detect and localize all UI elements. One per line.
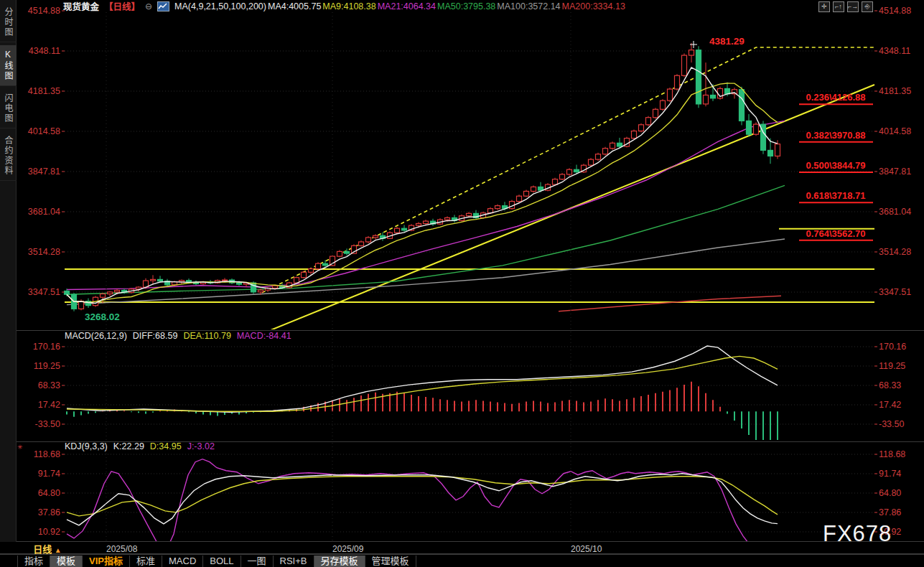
- exit-icon[interactable]: ⎆: [862, 1, 873, 12]
- sidebar-item-1[interactable]: K线图: [0, 45, 17, 86]
- candle: [653, 108, 658, 118]
- price-axis-label: 3514.28: [879, 247, 911, 257]
- candle: [452, 215, 457, 222]
- fib-retracement-level[interactable]: 0.764\3562.70: [799, 228, 873, 240]
- sidebar-item-3[interactable]: 合约资料: [0, 131, 17, 181]
- toolbar-item-5[interactable]: BOLL: [203, 556, 241, 567]
- chart-canvas[interactable]: 0.236\4126.880.382\3970.880.500\3844.790…: [0, 0, 924, 567]
- watermark: FX678: [823, 521, 892, 547]
- price-axis-label: 4014.58: [879, 126, 911, 136]
- kdj-panel: [65, 454, 874, 550]
- candle: [474, 210, 479, 220]
- candle: [517, 195, 522, 202]
- fib-retracement-level[interactable]: 0.382\3970.88: [799, 130, 873, 142]
- candle: [495, 205, 500, 210]
- pan-icon[interactable]: ✛: [818, 1, 830, 12]
- fib-retracement-level[interactable]: 0.500\3844.79: [799, 160, 873, 172]
- price-axis-label: 3681.04: [879, 207, 911, 217]
- price-axis-label: 4348.11: [29, 46, 60, 56]
- indicator-legend-item: MACD:-84.41: [237, 331, 291, 341]
- fib-retracement-level[interactable]: 0.618\3718.71: [799, 190, 873, 202]
- toolbar-item-9[interactable]: 管理模板: [365, 556, 416, 567]
- k-line: [67, 474, 778, 525]
- candle: [165, 279, 170, 287]
- svg-text:0.618\3718.71: 0.618\3718.71: [806, 190, 865, 201]
- candle: [739, 87, 745, 126]
- price-axis-label: 170.16: [33, 342, 60, 352]
- candle: [359, 240, 364, 247]
- candle: [603, 147, 608, 156]
- toolbar-item-7[interactable]: RSI+B: [274, 556, 314, 567]
- macd-legend: MACD(26,12,9)DIFF:68.59DEA:110.79MACD:-8…: [65, 331, 297, 341]
- toolbar-item-1[interactable]: 模板: [50, 556, 83, 567]
- candle: [589, 158, 594, 166]
- price-axis-label: 119.25: [34, 361, 60, 371]
- toolbar-item-0[interactable]: 指标: [17, 556, 50, 567]
- ma-legend-item: MA(4,9,21,50,100,200): [174, 1, 266, 11]
- candle: [323, 261, 328, 267]
- candle: [675, 74, 680, 90]
- price-axis-label: 4181.35: [28, 86, 60, 96]
- price-axis-label: 3681.04: [28, 207, 60, 217]
- toolbar-item-3[interactable]: 标准: [130, 556, 162, 567]
- price-axis-label: 4014.58: [28, 126, 60, 136]
- chart-app: 0.236\4126.880.382\3970.880.500\3844.790…: [0, 0, 924, 567]
- kdj-legend: KDJ(9,3,3)K:22.29D:34.95J:-3.02: [65, 441, 220, 451]
- candle: [639, 123, 644, 133]
- sidebar-item-2[interactable]: 闪电图: [0, 89, 17, 128]
- main-panel: [65, 11, 875, 341]
- indicator-legend-item: K:22.29: [113, 441, 144, 451]
- indicator-legend-item: MACD(26,12,9): [65, 331, 127, 341]
- candle: [337, 250, 342, 257]
- price-axis-label: 68.33: [38, 380, 60, 390]
- svg-text:0.382\3970.88: 0.382\3970.88: [806, 130, 865, 141]
- ma200-line: [559, 296, 781, 311]
- candle: [108, 291, 113, 296]
- price-axis-label: 64.80: [38, 488, 60, 498]
- candle: [79, 299, 84, 310]
- candle: [682, 53, 687, 77]
- candle: [345, 248, 350, 255]
- fit-horizontal-icon[interactable]: ⌐→: [847, 1, 859, 12]
- toolbar-item-6[interactable]: 一图: [241, 556, 274, 567]
- candle: [424, 220, 429, 225]
- chart-header: 现货黄金 【日线】 ⊖ MA(4,9,21,50,100,200)MA4:400…: [63, 0, 627, 12]
- candle: [632, 130, 637, 139]
- ma-legend-item: MA100:3572.14: [497, 1, 560, 11]
- candle: [754, 122, 759, 136]
- candle: [567, 168, 572, 176]
- candle: [610, 141, 615, 149]
- sidebar-item-0[interactable]: 分时图: [0, 3, 17, 42]
- candle: [302, 271, 307, 278]
- price-axis-label: 91.74: [879, 469, 901, 479]
- ma-legend-item: MA4:4005.75: [268, 1, 321, 11]
- candle: [395, 227, 400, 233]
- price-axis-label: 3847.81: [28, 167, 60, 177]
- toolbar-item-2[interactable]: VIP指标: [83, 556, 130, 567]
- mini-chart-icon[interactable]: [157, 1, 169, 11]
- time-axis-label: 2025/08: [106, 544, 137, 554]
- high-price-label: 4381.29: [709, 36, 745, 47]
- period-selector-button[interactable]: 日线 ▲: [27, 542, 68, 553]
- ma-legend-item: MA200:3334.13: [562, 1, 625, 11]
- symbol-name: 现货黄金: [63, 0, 99, 13]
- time-axis-label: 2025/09: [332, 544, 363, 554]
- period-tag: 【日线】: [104, 0, 140, 13]
- indicator-settings-icon[interactable]: ✳: [17, 444, 23, 451]
- fit-vertical-icon[interactable]: ⌐↑: [833, 1, 844, 12]
- toolbar-item-4[interactable]: MACD: [162, 556, 203, 567]
- price-axis-label: 17.42: [879, 400, 901, 410]
- d-line: [67, 477, 778, 516]
- fib-retracement-level[interactable]: 0.236\4126.88: [799, 92, 873, 104]
- ma-legend-item: MA50:3795.38: [437, 1, 495, 11]
- collapse-legend-icon[interactable]: ⊖: [145, 1, 152, 11]
- toolbar-item-8[interactable]: 另存模板: [314, 556, 365, 567]
- candle: [158, 276, 163, 282]
- time-axis-label: 2025/10: [571, 544, 602, 554]
- j-line: [67, 459, 778, 550]
- candle: [718, 87, 723, 100]
- price-axis-label: 4514.88: [28, 6, 60, 16]
- price-axis-label: 3347.51: [879, 287, 911, 297]
- diff-line: [67, 346, 778, 412]
- ma-legend-item: MA9:4108.38: [322, 1, 375, 11]
